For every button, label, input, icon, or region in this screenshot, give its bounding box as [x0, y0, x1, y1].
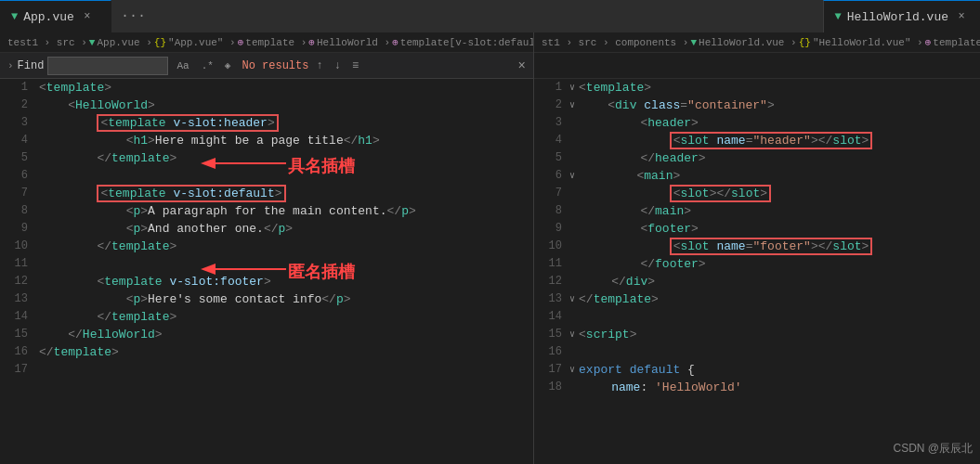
- line-content: <script>: [577, 326, 636, 343]
- code-line: 10 </template>: [0, 238, 533, 255]
- watermark: CSDN @辰辰北: [893, 441, 973, 457]
- line-number: 4: [0, 132, 35, 149]
- tab-app-vue[interactable]: ▼ App.vue ×: [0, 0, 111, 32]
- line-number: 12: [0, 273, 35, 290]
- line-content: [35, 167, 46, 185]
- line-number: 11: [534, 255, 569, 273]
- find-aa-btn[interactable]: Aa: [172, 58, 193, 73]
- find-input[interactable]: [47, 57, 168, 75]
- fold-arrow[interactable]: ∨: [569, 167, 575, 185]
- line-number: 11: [0, 255, 35, 273]
- breadcrumb-right: st1 › src › components › ▼ HelloWorld.vu…: [534, 32, 980, 53]
- line-number: 15: [0, 326, 35, 343]
- code-line: 13 <p>Here's some contact info</p>: [0, 290, 533, 308]
- line-number: 17: [534, 361, 569, 379]
- find-bar: › Find Aa .* ◈ No results ↑ ↓ ≡ ×: [0, 53, 533, 79]
- line-content: </header>: [581, 149, 706, 167]
- fold-arrow[interactable]: ∨: [569, 361, 575, 379]
- code-line: 16: [534, 343, 980, 361]
- code-line: 8 </main>: [534, 202, 980, 220]
- line-number: 7: [534, 185, 569, 202]
- line-content: <template v-slot:footer>: [35, 273, 271, 290]
- line-content: </template>: [35, 343, 119, 361]
- line-number: 10: [534, 238, 569, 255]
- line-number: 7: [0, 185, 35, 202]
- line-content: [35, 255, 46, 273]
- line-number: 18: [534, 379, 569, 396]
- tab-close-left[interactable]: ×: [80, 9, 95, 24]
- code-line: 6: [0, 167, 533, 185]
- line-content: [581, 343, 590, 361]
- find-next-btn[interactable]: ↓: [331, 58, 345, 73]
- line-content: <p>A paragraph for the main content.</p>: [35, 202, 416, 220]
- code-line: 2 <HelloWorld>: [0, 97, 533, 114]
- line-content: </template>: [35, 308, 176, 326]
- line-number: 13: [0, 290, 35, 308]
- code-line: 11 </footer>: [534, 255, 980, 273]
- find-close-btn[interactable]: ×: [518, 58, 526, 73]
- right-editor-pane: st1 › src › components › ▼ HelloWorld.vu…: [534, 32, 980, 464]
- line-number: 6: [534, 167, 569, 185]
- line-content: [35, 361, 46, 379]
- find-word-btn[interactable]: ◈: [221, 58, 235, 72]
- tab-close-right[interactable]: ×: [954, 9, 969, 24]
- line-content: </template>: [577, 290, 659, 308]
- line-content: export default {: [577, 361, 695, 379]
- line-number: 9: [534, 220, 569, 238]
- tab-more-left[interactable]: ···: [111, 0, 155, 32]
- line-content: <p>Here's some contact info</p>: [35, 290, 351, 308]
- find-prev-btn[interactable]: ↑: [312, 58, 326, 73]
- line-number: 13: [534, 290, 569, 308]
- find-list-btn[interactable]: ≡: [348, 58, 362, 73]
- fold-arrow[interactable]: ∨: [569, 79, 575, 97]
- line-number: 3: [534, 114, 569, 132]
- line-number: 2: [534, 97, 569, 114]
- line-content: <template v-slot:default>: [35, 185, 286, 202]
- fold-arrow[interactable]: ∨: [569, 326, 575, 343]
- line-number: 4: [534, 132, 569, 149]
- code-line-highlighted-7: 7 <template v-slot:default>: [0, 185, 533, 202]
- code-line: 3 <header>: [534, 114, 980, 132]
- code-line: 17: [0, 361, 533, 379]
- find-arrow-icon: ›: [7, 60, 14, 71]
- tab-label-right: HelloWorld.vue: [847, 10, 948, 24]
- tab-label-left: App.vue: [23, 10, 74, 24]
- line-number: 6: [0, 167, 35, 185]
- code-line: 15 ∨ <script>: [534, 326, 980, 343]
- line-content: [581, 308, 590, 326]
- tab-helloworld-vue[interactable]: ▼ HelloWorld.vue ×: [823, 0, 980, 32]
- code-line: 5 </template>: [0, 149, 533, 167]
- code-line: 14: [534, 308, 980, 326]
- code-line: 1 <template>: [0, 79, 533, 97]
- fold-arrow[interactable]: ∨: [569, 290, 575, 308]
- line-content: <template v-slot:header>: [35, 114, 279, 132]
- code-line: 11: [0, 255, 533, 273]
- line-content: </HelloWorld>: [35, 326, 163, 343]
- line-number: 8: [0, 202, 35, 220]
- code-line: 8 <p>A paragraph for the main content.</…: [0, 202, 533, 220]
- code-line-highlighted-r10: 10 <slot name="footer"></slot>: [534, 238, 980, 255]
- find-regex-btn[interactable]: .*: [198, 59, 217, 72]
- line-number: 10: [0, 238, 35, 255]
- line-number: 12: [534, 273, 569, 290]
- fold-arrow[interactable]: ∨: [569, 97, 575, 114]
- line-content: <slot name="footer"></slot>: [581, 238, 872, 255]
- left-code-area: 1 <template> 2 <HelloWorld> 3 <template …: [0, 79, 533, 464]
- line-number: 3: [0, 114, 35, 132]
- vue-icon-right: ▼: [835, 10, 842, 23]
- line-content: <slot name="header"></slot>: [581, 132, 872, 149]
- line-content: </footer>: [581, 255, 706, 273]
- line-content: name: 'HelloWorld': [581, 379, 742, 396]
- line-number: 5: [534, 149, 569, 167]
- line-number: 1: [534, 79, 569, 97]
- line-number: 8: [534, 202, 569, 220]
- line-number: 16: [0, 343, 35, 361]
- code-line: 18 name: 'HelloWorld': [534, 379, 980, 396]
- find-no-results: No results: [242, 59, 308, 72]
- line-number: 5: [0, 149, 35, 167]
- code-line-highlighted-3: 3 <template v-slot:header>: [0, 114, 533, 132]
- line-content: <template>: [35, 79, 111, 97]
- code-line: 9 <footer>: [534, 220, 980, 238]
- line-content: <main>: [577, 167, 680, 185]
- line-number: 16: [534, 343, 569, 361]
